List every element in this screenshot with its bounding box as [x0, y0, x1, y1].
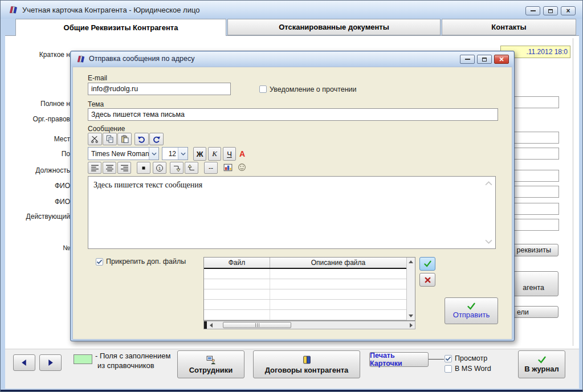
numbered-list-button[interactable]: 1	[153, 162, 166, 174]
field-label-position: Должность	[1, 166, 70, 174]
subject-label: Тема	[88, 100, 104, 108]
dash-label: --	[209, 164, 213, 172]
scroll-right-icon[interactable]	[407, 321, 415, 329]
scroll-up-icon[interactable]	[485, 181, 492, 186]
chevron-down-icon[interactable]	[178, 148, 187, 160]
bullet-list-button[interactable]	[137, 162, 150, 174]
horizontal-rule-button[interactable]: --	[204, 162, 218, 174]
copy-button[interactable]	[103, 133, 117, 145]
align-right-icon	[120, 164, 129, 172]
scroll-thumb[interactable]	[223, 322, 291, 328]
table-row[interactable]	[204, 310, 406, 320]
send-message-dialog: Отправка сообщения по адресу ✕ E-mail Ув…	[70, 51, 515, 341]
print-card-button[interactable]: Печать Карточки	[369, 352, 429, 367]
cross-icon	[424, 276, 431, 284]
font-family-select[interactable]: Times New Roman	[88, 147, 159, 160]
add-file-button[interactable]	[419, 257, 435, 271]
minimize-icon[interactable]	[460, 55, 475, 64]
table-row[interactable]	[204, 269, 406, 279]
redo-button[interactable]	[149, 133, 164, 145]
send-button-label: Отправить	[453, 311, 490, 319]
smiley-icon[interactable]	[238, 163, 246, 172]
italic-button[interactable]: К	[208, 147, 221, 161]
table-row[interactable]	[204, 289, 406, 300]
field-label-legal-form: Орг.-правов	[1, 115, 70, 123]
msword-checkbox[interactable]	[445, 365, 452, 373]
font-size-value: 12	[162, 150, 178, 158]
details-button-label: е реквизиты	[511, 246, 551, 254]
next-record-button[interactable]	[39, 354, 62, 371]
contracts-button[interactable]: Договоры контрагента	[253, 350, 360, 378]
groupbox-divider	[573, 38, 573, 346]
paste-button[interactable]	[117, 133, 132, 145]
undo-button[interactable]	[134, 133, 149, 145]
bold-button[interactable]: Ж	[193, 147, 206, 161]
arrow-left-icon	[21, 359, 28, 366]
employees-button[interactable]: Сотрудники	[177, 350, 244, 378]
preview-checkbox[interactable]	[445, 355, 452, 362]
scroll-down-icon[interactable]	[485, 239, 492, 244]
redo-icon	[152, 136, 161, 143]
column-header-file[interactable]: Файл	[204, 258, 270, 268]
table-row[interactable]	[204, 279, 406, 289]
contracts-button-label: Договоры контрагента	[265, 366, 349, 374]
books-icon	[9, 5, 19, 15]
column-header-description[interactable]: Описание файла	[270, 258, 406, 268]
scroll-left-icon[interactable]	[207, 321, 215, 329]
tab-general-details[interactable]: Общие Реквизиты Контрагента	[15, 19, 226, 36]
close-icon[interactable]: ✕	[494, 55, 509, 64]
horizontal-scrollbar[interactable]	[203, 321, 415, 329]
align-right-button[interactable]	[117, 162, 131, 174]
prev-record-button[interactable]	[13, 354, 35, 371]
copy-icon	[106, 135, 114, 143]
field-label-number: №	[1, 244, 70, 252]
message-textarea[interactable]: Здесь пишется текст сообщения	[88, 176, 496, 249]
scroll-down-icon[interactable]	[407, 312, 414, 320]
font-color-button[interactable]: А	[239, 149, 245, 158]
align-left-icon	[91, 164, 99, 172]
outdent-button[interactable]	[185, 162, 198, 174]
message-text: Здесь пишется текст сообщения	[93, 181, 202, 189]
vertical-scrollbar[interactable]	[406, 258, 415, 320]
restore-icon[interactable]	[543, 6, 558, 15]
main-window-title: Учетная карточка Контрагента - Юридическ…	[22, 6, 199, 14]
close-icon[interactable]: ×	[561, 6, 576, 15]
email-label: E-mail	[88, 74, 107, 82]
tab-scanned-documents[interactable]: Отсканированные документы	[227, 19, 441, 35]
indent-button[interactable]	[170, 162, 184, 174]
legend-text-line2: из справочников	[97, 361, 154, 370]
msword-checkbox-label: В MS Word	[455, 365, 491, 373]
attach-files-label: Прикрепить доп. файлы	[106, 258, 186, 266]
svg-text:1: 1	[158, 166, 161, 171]
read-receipt-checkbox[interactable]	[259, 85, 267, 93]
email-field[interactable]	[88, 83, 231, 95]
subject-field[interactable]	[88, 108, 498, 121]
underline-button[interactable]: Ч	[223, 147, 236, 161]
font-size-select[interactable]: 12	[162, 147, 188, 160]
scissors-icon	[91, 136, 99, 143]
send-button[interactable]: Отправить	[445, 297, 498, 324]
cut-button[interactable]	[88, 133, 102, 145]
underline-label: Ч	[227, 150, 232, 158]
align-center-button[interactable]	[103, 162, 116, 174]
chevron-down-icon[interactable]	[149, 148, 158, 160]
employees-icon	[206, 355, 216, 365]
tab-contacts[interactable]: Контакты	[442, 19, 576, 35]
restore-icon[interactable]	[477, 55, 492, 64]
arrow-bend-right-icon	[173, 164, 181, 172]
arrow-right-icon	[47, 359, 54, 366]
scroll-up-icon[interactable]	[407, 258, 414, 266]
font-family-value: Times New Roman	[88, 150, 149, 158]
table-row[interactable]	[204, 300, 406, 310]
tab-label: Общие Реквизиты Контрагента	[64, 23, 178, 32]
insert-image-icon[interactable]	[223, 164, 233, 172]
minimize-icon[interactable]	[525, 6, 540, 15]
attach-files-checkbox[interactable]	[96, 258, 103, 266]
window-controls: ×	[525, 6, 576, 15]
journal-button[interactable]: В журнал	[518, 350, 565, 378]
dialog-window-controls: ✕	[460, 55, 509, 64]
remove-file-button[interactable]	[419, 273, 435, 287]
books-icon	[76, 54, 87, 64]
align-left-button[interactable]	[88, 162, 101, 174]
files-table-header: Файл Описание файла	[204, 258, 406, 269]
